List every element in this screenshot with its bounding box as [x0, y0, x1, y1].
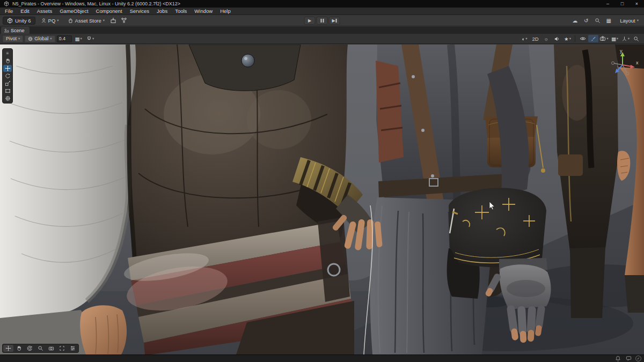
play-icon: ▶ — [308, 18, 311, 23]
console-button[interactable] — [625, 356, 633, 362]
transform-tool-button[interactable] — [3, 95, 12, 102]
globe-icon — [28, 36, 33, 41]
search-button[interactable] — [592, 17, 603, 25]
2d-toggle[interactable]: 2D — [530, 35, 540, 42]
chevron-down-icon: ▾ — [57, 18, 58, 23]
scene-view-options: ◐ ▾ 2D ☼ ★ ▾ ▾ ▦ — [519, 35, 641, 42]
node-graph-icon — [121, 17, 127, 24]
rect-tool-button[interactable] — [3, 87, 12, 94]
2d-label: 2D — [532, 36, 538, 42]
visibility-toggle[interactable] — [577, 35, 588, 42]
paint-mode-toggle[interactable] — [588, 35, 598, 42]
gizmo-axes-icon — [621, 36, 627, 42]
pause-button[interactable] — [317, 17, 328, 25]
fly-nav-button[interactable] — [46, 345, 56, 352]
chevron-down-icon: ▾ — [637, 18, 639, 23]
move-nav-button[interactable] — [3, 345, 13, 352]
unity-logo-icon — [2, 1, 11, 6]
camera-icon — [48, 345, 54, 351]
menu-component[interactable]: Component — [92, 8, 126, 14]
audio-toggle[interactable] — [552, 35, 562, 42]
scene-toolbar: Pivot ▾ Global ▾ ▦ ▾ ▾ ◐ ▾ 2D ☼ — [0, 34, 644, 44]
services-graph-button[interactable] — [119, 17, 129, 25]
scene-search-button[interactable] — [631, 35, 641, 42]
minimize-button[interactable]: – — [601, 0, 615, 8]
move-tool-button[interactable] — [3, 65, 12, 72]
console-bubble-icon — [626, 356, 632, 361]
orbit-nav-button[interactable] — [25, 345, 35, 352]
view-tool-button[interactable] — [3, 57, 12, 64]
pivot-dropdown[interactable]: Pivot ▾ — [3, 35, 23, 42]
maximize-button[interactable]: □ — [615, 0, 630, 8]
layout-dropdown[interactable]: Layout ▾ — [617, 17, 642, 25]
camera-icon — [599, 35, 606, 42]
layout-label: Layout — [620, 18, 635, 24]
tab-scene[interactable]: Scene — [1, 27, 30, 34]
effects-dropdown[interactable]: ★ ▾ — [562, 35, 573, 42]
lighting-icon: ☼ — [544, 36, 548, 42]
account-dropdown[interactable]: PQ ▾ — [38, 17, 62, 25]
chevron-down-icon: ▾ — [525, 36, 527, 41]
grid-size-input[interactable] — [57, 35, 72, 42]
undo-history-button[interactable]: ↺ — [581, 17, 591, 25]
draw-mode-dropdown[interactable]: ◐ ▾ — [519, 35, 530, 42]
history-icon: ↺ — [584, 18, 588, 24]
pivot-label: Pivot — [6, 36, 17, 41]
grid-snap-dropdown[interactable]: ▦ ▾ — [74, 35, 84, 42]
layers-button[interactable]: ▦ — [603, 17, 614, 25]
chevron-down-icon: ▾ — [92, 36, 94, 41]
menu-help[interactable]: Help — [216, 8, 235, 14]
search-icon — [595, 18, 601, 24]
grid-icon: ▦ — [75, 36, 79, 42]
pan-nav-button[interactable] — [14, 345, 24, 352]
zoom-nav-button[interactable] — [35, 345, 46, 352]
move-icon — [5, 65, 11, 71]
menu-services[interactable]: Services — [126, 8, 153, 14]
layers-grid-icon: ▦ — [606, 18, 611, 24]
overlay-handle[interactable]: ≡ — [3, 50, 12, 57]
cloud-button[interactable]: ☁ — [569, 17, 580, 25]
camera-dropdown[interactable]: ▾ — [599, 35, 609, 42]
asset-store-dropdown[interactable]: Asset Store ▾ — [64, 17, 108, 25]
step-icon: ▶ — [332, 18, 336, 23]
frame-brackets-icon — [59, 345, 65, 351]
menu-file[interactable]: File — [1, 8, 17, 14]
scene-gizmo[interactable]: y x — [605, 48, 640, 78]
global-dropdown[interactable]: Global ▾ — [25, 35, 55, 42]
nav-settings-button[interactable] — [68, 345, 78, 352]
menu-jobs[interactable]: Jobs — [153, 8, 171, 14]
snap-magnet-dropdown[interactable]: ▾ — [85, 35, 96, 42]
search-icon — [633, 36, 639, 42]
lighting-toggle[interactable]: ☼ — [541, 35, 551, 42]
close-button[interactable]: × — [630, 0, 644, 8]
pause-icon — [320, 19, 324, 23]
gizmos-dropdown[interactable]: ▾ — [620, 35, 631, 42]
transform-icon — [5, 95, 11, 101]
menu-handle-icon: ≡ — [6, 51, 9, 56]
menu-assets[interactable]: Assets — [33, 8, 56, 14]
sliders-icon — [70, 345, 76, 351]
notifications-button[interactable] — [614, 356, 622, 362]
menu-gameobject[interactable]: GameObject — [56, 8, 92, 14]
step-button[interactable]: ▶ — [329, 17, 340, 25]
scene-viewport[interactable]: ≡ — [0, 45, 644, 354]
move-icon — [5, 345, 11, 351]
frame-nav-button[interactable] — [57, 345, 67, 352]
unity-version-badge[interactable]: Unity 6 — [3, 17, 35, 25]
magnet-icon — [86, 36, 92, 41]
play-button[interactable]: ▶ — [304, 17, 316, 25]
close-icon: × — [635, 1, 638, 6]
account-label: PQ — [48, 18, 56, 24]
playmode-controls: ▶ ▶ — [304, 17, 340, 25]
menu-window[interactable]: Window — [191, 8, 216, 14]
rotate-tool-button[interactable] — [3, 72, 12, 79]
menu-tools[interactable]: Tools — [171, 8, 191, 14]
version-control-button[interactable] — [108, 17, 119, 25]
chevron-down-icon: ▾ — [617, 36, 618, 41]
grid-visibility-dropdown[interactable]: ▦ ▾ — [610, 35, 620, 42]
background-tasks-button[interactable]: ✓ — [635, 356, 641, 361]
menu-edit[interactable]: Edit — [17, 8, 33, 14]
scale-tool-button[interactable] — [3, 80, 12, 87]
unity-version-label: Unity 6 — [15, 18, 31, 24]
orbit-icon — [27, 345, 33, 351]
